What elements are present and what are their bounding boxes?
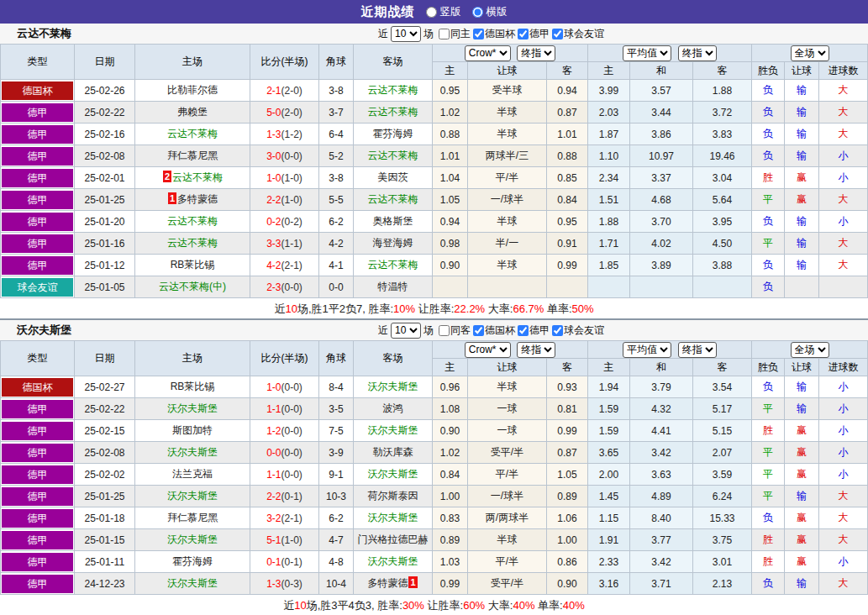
away-odds: 0.93 <box>547 376 588 398</box>
layout-option-horizontal[interactable]: 横版 <box>472 5 508 19</box>
avg-draw-odds: 3.44 <box>630 102 693 124</box>
result-outcome: 负 <box>752 276 785 298</box>
horizontal-layout-radio[interactable] <box>472 7 483 18</box>
odds-final-select[interactable]: 终指 <box>517 45 555 61</box>
home-team-name: 沃尔夫斯堡 <box>167 402 218 414</box>
match-count-select[interactable]: 10 <box>391 26 421 42</box>
competition-cell: 德甲 <box>1 573 75 595</box>
avg-final-select[interactable]: 终指 <box>678 342 717 358</box>
handicap-line: 平/半 <box>468 167 547 189</box>
avg-home-header: 主 <box>588 62 630 80</box>
result-handicap: 输 <box>785 124 819 145</box>
filter-option-cup[interactable]: 德国杯 <box>471 27 515 41</box>
away-team-cell: 奥格斯堡 <box>354 211 433 233</box>
layout-option-vertical[interactable]: 竖版 <box>426 5 461 19</box>
league-checkbox[interactable] <box>518 29 529 39</box>
result-handicap: 赢 <box>785 442 819 464</box>
filter-option-friendly[interactable]: 球会友谊 <box>550 323 604 338</box>
friendly-checkbox[interactable] <box>552 29 563 39</box>
away-team-name: 多特蒙德 <box>367 577 408 589</box>
score-cell: 5-1(1-0) <box>250 529 319 551</box>
competition-badge: 德甲 <box>2 465 73 484</box>
match-row: 德甲 25-02-08 沃尔夫斯堡 0-0(0-0) 3-9 勒沃库森 1.02… <box>1 442 868 464</box>
result-goals: 大 <box>819 573 868 595</box>
odds-company-select[interactable]: Crow* <box>465 45 511 61</box>
avg-company-select[interactable]: 平均值 <box>623 342 671 358</box>
halftime-score: (2-1) <box>281 512 302 524</box>
away-team-cell: 荷尔斯泰因 <box>354 486 433 507</box>
vertical-layout-radio[interactable] <box>426 7 437 18</box>
result-outcome-header: 胜负 <box>752 62 785 80</box>
filter-option-same-venue[interactable]: 同主 <box>436 27 471 41</box>
result-handicap: 输 <box>785 255 819 276</box>
filter-option-league[interactable]: 德甲 <box>515 27 550 41</box>
away-odds: 0.99 <box>547 420 588 442</box>
league-checkbox[interactable] <box>518 325 529 336</box>
result-outcome: 负 <box>752 80 785 102</box>
home-team-cell: 云达不莱梅(中) <box>135 276 250 298</box>
competition-badge: 德甲 <box>2 553 73 571</box>
fulltime-score: 5-1 <box>266 534 281 546</box>
avg-away-odds: 3.04 <box>693 167 752 189</box>
avg-draw-odds: 3.37 <box>630 167 693 189</box>
handicap-line: 受半球 <box>468 80 547 102</box>
avg-away-odds: 2.13 <box>693 573 752 595</box>
match-date: 25-01-20 <box>75 211 135 233</box>
filter-option-same-venue[interactable]: 同客 <box>436 323 471 338</box>
odds-final-select[interactable]: 终指 <box>517 342 555 358</box>
avg-home-odds: 1.15 <box>588 507 630 529</box>
away-team-name: 波鸿 <box>383 402 403 414</box>
cup-checkbox[interactable] <box>473 29 484 39</box>
competition-cell: 德国杯 <box>1 80 75 102</box>
filter-option-friendly[interactable]: 球会友谊 <box>550 27 604 41</box>
col-home-header: 主场 <box>135 341 250 376</box>
same-venue-checkbox[interactable] <box>439 29 450 39</box>
handicap-line: 半/一 <box>468 233 547 255</box>
match-row: 德甲 25-01-20 云达不莱梅 0-2(0-2) 6-2 奥格斯堡 0.94… <box>1 211 868 233</box>
summary-segment: 50% <box>572 302 594 315</box>
same-venue-checkbox[interactable] <box>439 325 450 336</box>
corner-count: 3-7 <box>319 102 354 124</box>
avg-away-odds: 3.83 <box>693 124 752 145</box>
away-team-name: 云达不莱梅 <box>368 259 418 271</box>
result-goals: 小 <box>819 167 868 189</box>
avg-away-odds: 5.17 <box>693 398 752 420</box>
away-odds: 0.90 <box>547 573 588 595</box>
match-row: 德甲 25-02-01 2云达不莱梅 1-0(1-0) 3-8 美因茨 1.04… <box>1 167 868 189</box>
result-outcome: 负 <box>752 507 785 529</box>
result-goals: 大 <box>819 189 868 211</box>
friendly-checkbox[interactable] <box>552 325 563 336</box>
odds-company-select[interactable]: Crow* <box>465 342 511 358</box>
home-odds: 0.95 <box>433 80 468 102</box>
competition-cell: 德甲 <box>1 124 75 145</box>
fulltime-select[interactable]: 全场 <box>791 45 829 61</box>
cup-checkbox[interactable] <box>473 325 484 336</box>
avg-final-select[interactable]: 终指 <box>678 45 717 61</box>
fulltime-score: 1-3 <box>266 578 281 590</box>
avg-company-select[interactable]: 平均值 <box>623 45 671 61</box>
home-team-name: 霍芬海姆 <box>172 555 213 567</box>
match-date: 25-01-11 <box>75 551 135 573</box>
match-count-select[interactable]: 10 <box>391 323 421 339</box>
filter-option-league[interactable]: 德甲 <box>515 323 550 338</box>
fulltime-select[interactable]: 全场 <box>791 342 829 358</box>
result-outcome: 负 <box>752 573 785 595</box>
home-team-cell: 比勒菲尔德 <box>135 80 250 102</box>
home-odds: 0.88 <box>433 124 468 145</box>
filter-option-cup[interactable]: 德国杯 <box>471 323 515 338</box>
competition-cell: 德甲 <box>1 464 75 486</box>
home-odds: 1.08 <box>433 398 468 420</box>
result-outcome: 负 <box>752 211 785 233</box>
col-type-header: 类型 <box>1 341 75 376</box>
result-outcome: 平 <box>752 189 785 211</box>
match-date: 25-02-01 <box>75 167 135 189</box>
match-date: 25-01-16 <box>75 233 135 255</box>
halftime-score: (1-0) <box>281 194 302 206</box>
sections-container: 云达不莱梅 近 10 场 同主 德国杯 德甲 球会友谊 类型 日期 <box>0 24 868 615</box>
match-date: 25-01-18 <box>75 507 135 529</box>
result-outcome: 负 <box>752 102 785 124</box>
handicap-line: 一球 <box>468 420 547 442</box>
match-date: 25-02-02 <box>75 464 135 486</box>
halftime-score: (2-1) <box>281 260 302 271</box>
score-cell: 3-3(1-1) <box>250 233 319 255</box>
